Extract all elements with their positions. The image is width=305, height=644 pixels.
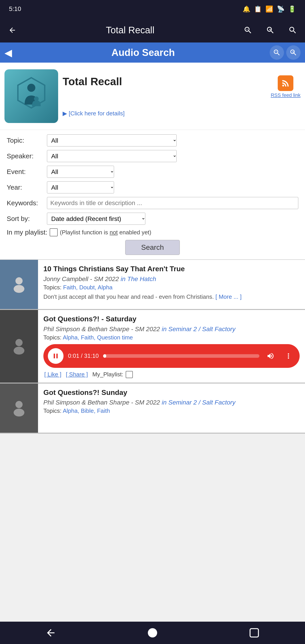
- svg-point-8: [16, 401, 22, 408]
- nav-recents-button[interactable]: [241, 624, 268, 642]
- svg-point-9: [14, 408, 24, 416]
- header-zoom-in-button[interactable]: [286, 46, 300, 60]
- sort-select[interactable]: Date added (Recent first): [47, 213, 145, 225]
- podcast-name: Total Recall: [62, 75, 122, 88]
- svg-point-4: [16, 277, 22, 284]
- more-link-1[interactable]: [ More ... ]: [215, 294, 242, 300]
- svg-point-7: [14, 347, 24, 355]
- like-button[interactable]: [ Like ]: [44, 371, 62, 378]
- result-title-2[interactable]: Got Questions?! - Saturday: [44, 314, 300, 324]
- result-speaker-2: Phil Simpson & Bethan Sharpe - SM 2022 i…: [44, 326, 300, 333]
- result-title-3[interactable]: Got Questions?! Sunday: [44, 388, 300, 397]
- search-form: Topic: All Speaker: All Event: All Year:…: [0, 130, 305, 260]
- toolbar-title: Total Recall: [27, 25, 234, 36]
- battery-icon: 🔋: [288, 5, 296, 13]
- header-bar: ◀ Audio Search: [0, 42, 305, 62]
- header-zoom-out-button[interactable]: [270, 46, 284, 60]
- playlist-label: In my playlist:: [7, 228, 48, 236]
- pause-button[interactable]: [48, 348, 64, 364]
- result-thumb-1: [0, 260, 38, 309]
- svg-point-10: [148, 628, 157, 638]
- year-select[interactable]: All: [47, 181, 114, 194]
- svg-point-6: [16, 339, 22, 346]
- progress-bar[interactable]: [103, 354, 260, 358]
- rss-link[interactable]: RSS feed link: [271, 92, 300, 98]
- result-topics-2: Topics: Alpha, Faith, Question time: [44, 334, 300, 341]
- playlist-check-label: My_Playlist:: [92, 371, 133, 378]
- year-label: Year:: [7, 184, 45, 191]
- search-button[interactable]: [285, 22, 300, 38]
- audio-player: 0:01 / 31:10: [44, 344, 300, 368]
- status-time: 5:10: [9, 5, 21, 12]
- result-content-3: Got Questions?! Sunday Phil Simpson & Be…: [38, 384, 305, 433]
- signal-icon: 📡: [277, 5, 285, 13]
- search-button[interactable]: Search: [125, 240, 180, 255]
- nav-back-button[interactable]: [37, 624, 64, 642]
- result-item: 10 Things Christians Say That Aren't Tru…: [0, 260, 305, 310]
- zoom-out-button[interactable]: [240, 22, 256, 38]
- share-button[interactable]: [ Share ]: [66, 371, 88, 378]
- result-thumb-3: [0, 384, 38, 433]
- keywords-label: Keywords:: [7, 199, 45, 207]
- status-bar: 5:10 🔔 📋 📶 📡 🔋: [0, 0, 305, 18]
- results-list: 10 Things Christians Say That Aren't Tru…: [0, 260, 305, 434]
- zoom-in-button[interactable]: [262, 22, 278, 38]
- result-item-2: Got Questions?! - Saturday Phil Simpson …: [0, 310, 305, 384]
- sort-label: Sort by:: [7, 215, 45, 222]
- bottom-nav: [0, 622, 305, 644]
- playlist-checkbox[interactable]: [50, 228, 58, 236]
- topic-label: Topic:: [7, 137, 45, 144]
- podcast-header: Total Recall RSS feed link ▶ [Click here…: [0, 62, 305, 130]
- svg-point-1: [27, 84, 35, 92]
- nav-home-button[interactable]: [139, 624, 166, 642]
- result-thumb-2: [0, 310, 38, 382]
- current-time: 0:01 / 31:10: [68, 352, 98, 359]
- result-title-1[interactable]: 10 Things Christians Say That Aren't Tru…: [44, 264, 300, 274]
- podcast-logo: [4, 69, 58, 123]
- result-speaker-3: Phil Simpson & Bethan Sharpe - SM 2022 i…: [44, 399, 300, 406]
- back-button[interactable]: [4, 22, 20, 38]
- myplaylist-checkbox[interactable]: [126, 371, 133, 378]
- result-content-2: Got Questions?! - Saturday Phil Simpson …: [38, 310, 305, 382]
- result-speaker-1: Jonny Campbell - SM 2022 in The Hatch: [44, 276, 300, 283]
- speaker-label: Speaker:: [7, 152, 45, 160]
- rss-block[interactable]: RSS feed link: [271, 75, 300, 98]
- result-topics-3: Topics: Alpha, Bible, Faith: [44, 408, 300, 414]
- result-topics-1: Topics: Faith, Doubt, Alpha: [44, 284, 300, 291]
- topic-select[interactable]: All: [47, 134, 177, 146]
- result-item-3: Got Questions?! Sunday Phil Simpson & Be…: [0, 384, 305, 434]
- more-options-button[interactable]: [282, 349, 295, 363]
- action-row: [ Like ] [ Share ] My_Playlist:: [44, 371, 300, 378]
- event-label: Event:: [7, 168, 45, 176]
- rss-icon: [278, 75, 293, 91]
- header-back-button[interactable]: ◀: [4, 47, 12, 58]
- header-title: Audio Search: [16, 47, 270, 58]
- top-toolbar: Total Recall: [0, 18, 305, 42]
- podcast-details-link[interactable]: ▶ [Click here for details]: [62, 110, 300, 117]
- result-content-1: 10 Things Christians Say That Aren't Tru…: [38, 260, 305, 309]
- svg-point-5: [14, 285, 24, 293]
- event-select[interactable]: All: [47, 166, 114, 178]
- notification-icon: 🔔: [242, 5, 250, 13]
- wifi-icon: 📶: [266, 5, 273, 13]
- clipboard-icon: 📋: [254, 5, 262, 13]
- volume-button[interactable]: [264, 349, 277, 363]
- progress-fill: [103, 354, 106, 358]
- svg-rect-11: [250, 628, 258, 637]
- result-desc-1: Don't just accept all that you hear and …: [44, 293, 300, 301]
- speaker-select[interactable]: All: [47, 150, 177, 162]
- keywords-input[interactable]: [47, 197, 298, 209]
- playlist-note: (Playlist function is not enabled yet): [60, 229, 152, 236]
- podcast-info: Total Recall RSS feed link ▶ [Click here…: [62, 69, 300, 123]
